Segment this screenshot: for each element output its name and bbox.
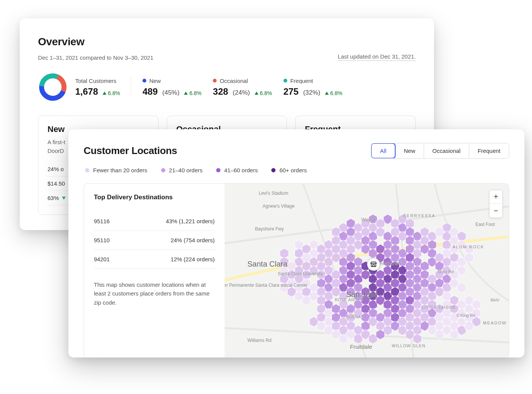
store-pin-icon[interactable] [367, 258, 380, 271]
destinations-panel: Top Delivery Destinations 95116 43% (1,2… [84, 184, 225, 357]
map-card: Top Delivery Destinations 95116 43% (1,2… [84, 183, 509, 357]
tab-frequent[interactable]: Frequent [469, 143, 509, 158]
map-label: WILLOW GLEN [392, 343, 426, 348]
zoom-control: + − [489, 190, 503, 218]
last-updated: Last updated on Dec 31, 2021. [338, 53, 416, 61]
triangle-up-icon [184, 92, 188, 95]
map-label: East Foot [475, 222, 495, 227]
legend-item-3: 41–60 orders [216, 167, 258, 173]
triangle-up-icon [255, 92, 258, 95]
destination-value: 24% (754 orders) [171, 237, 215, 243]
map-label: Williams Rd [247, 338, 271, 343]
map-label: ALUM ROCK [453, 245, 484, 249]
destinations-title: Top Delivery Destinations [94, 194, 215, 201]
triangle-down-icon [62, 197, 66, 200]
destination-row: 95116 43% (1,221 orders) [94, 212, 215, 231]
triangle-up-icon [325, 92, 329, 95]
map-label: BERRYESSA [403, 213, 435, 218]
map-area[interactable]: Levi's Stadium Agnew's Village Bayshore … [225, 184, 509, 357]
tab-all[interactable]: All [371, 143, 396, 159]
segment-frequent-delta: 6.8% [325, 90, 342, 96]
legend-dot-icon [271, 168, 276, 172]
locations-header: Customer Locations All New Occasional Fr… [84, 143, 509, 159]
total-customers-block: Total Customers 1,678 6.8% [75, 78, 131, 97]
total-customers-value: 1,678 [75, 86, 98, 97]
legend-item-1: Fewer than 20 orders [85, 167, 147, 173]
map-label: Levi's Stadium [259, 191, 288, 196]
segment-new-pct: (45%) [162, 89, 179, 97]
segment-occasional-delta: 6.8% [255, 90, 272, 96]
total-customers-label: Total Customers [75, 78, 120, 84]
legend-dot-icon [85, 168, 89, 172]
hex-density-layer [225, 184, 509, 357]
segment-occasional-block: Occasional 328 (24%) 6.8% [201, 78, 272, 97]
overview-subheader: Dec 1–31, 2021 compared to Nov 3–30, 202… [38, 53, 416, 61]
locations-card: Customer Locations All New Occasional Fr… [68, 129, 524, 357]
destination-row: 95110 24% (754 orders) [94, 231, 215, 250]
map-label: Santa Clara [247, 260, 288, 268]
segment-new-block: New 489 (45%) 6.8% [131, 78, 201, 97]
date-range: Dec 1–31, 2021 compared to Nov 3–30, 202… [38, 54, 154, 61]
segment-occasional-label: Occasional [220, 78, 248, 84]
legend-dot-icon [216, 168, 220, 172]
destination-value: 43% (1,221 orders) [166, 218, 215, 224]
metrics-row: Total Customers 1,678 6.8% New 489 (45%)… [38, 72, 416, 102]
locations-title: Customer Locations [84, 145, 177, 157]
segment-new-delta: 6.8% [184, 90, 201, 96]
map-label: Bayshore Fwy [255, 226, 284, 232]
zoom-out-button[interactable]: − [489, 204, 502, 218]
zoom-in-button[interactable]: + [489, 190, 502, 204]
map-label: Fruitdale [350, 343, 372, 350]
legend-item-2: 21–40 orders [161, 167, 203, 173]
map-label: RHV [491, 298, 499, 302]
segment-occasional-pct: (24%) [233, 89, 250, 97]
map-label: BUENA [346, 315, 361, 319]
segment-new-value: 489 [142, 86, 158, 97]
dot-icon [142, 79, 146, 83]
segment-new-label: New [149, 78, 161, 84]
dot-icon [213, 79, 217, 83]
filter-tabs: All New Occasional Frequent [371, 143, 509, 159]
destination-row: 94201 12% (224 orders) [94, 250, 215, 269]
map-label: Santa Clara University [278, 271, 323, 276]
map-legend: Fewer than 20 orders 21–40 orders 41–60 … [84, 167, 509, 173]
map-label: ROSE ARDEN [335, 298, 364, 302]
map-label: Wayne [361, 217, 375, 222]
map-label: LITTLE SAIGON [422, 305, 455, 310]
map-label: Agnew's Village [263, 203, 294, 209]
segment-frequent-label: Frequent [290, 78, 313, 84]
customers-donut-chart [38, 72, 68, 102]
segment-frequent-value: 275 [283, 86, 299, 97]
destination-value: 12% (224 orders) [171, 256, 215, 262]
triangle-up-icon [103, 92, 106, 95]
destinations-note: This map shows customer locations when a… [94, 280, 215, 307]
legend-dot-icon [161, 168, 165, 172]
total-customers-delta: 6.8% [103, 90, 120, 96]
overview-title: Overview [38, 36, 416, 48]
map-label: S King Rd [456, 313, 475, 318]
segment-frequent-pct: (32%) [303, 89, 320, 97]
destination-zip: 94201 [94, 256, 110, 262]
map-label: Story Rd [437, 269, 454, 274]
legend-item-4: 60+ orders [271, 167, 307, 173]
map-label: er Permanente Santa Clara edical Center [225, 283, 262, 288]
tab-new[interactable]: New [395, 143, 424, 158]
tab-occasional[interactable]: Occasional [424, 143, 469, 158]
map-label: MEADOW [483, 321, 507, 325]
dot-icon [283, 79, 287, 83]
destination-zip: 95116 [94, 218, 110, 224]
destination-zip: 95110 [94, 237, 110, 243]
segment-frequent-block: Frequent 275 (32%) 6.8% [272, 78, 342, 97]
segment-occasional-value: 328 [213, 86, 228, 97]
